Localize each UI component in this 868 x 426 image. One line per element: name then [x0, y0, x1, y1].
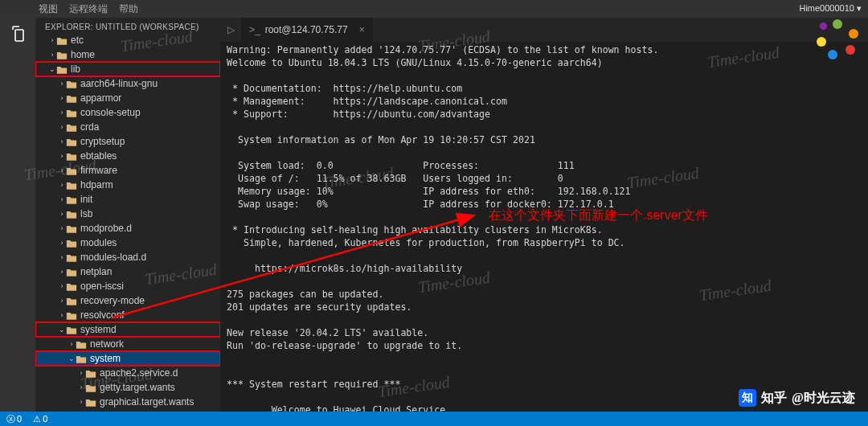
folder-icon [66, 92, 80, 104]
folder-icon [66, 252, 80, 263]
tree-item-system[interactable]: ⌄system [35, 351, 220, 366]
chevron-icon: › [77, 369, 85, 377]
explorer-icon[interactable] [8, 24, 27, 43]
tab-label: root@124.70.75.77 [265, 24, 348, 35]
tree-item-etc[interactable]: ›etc [35, 33, 220, 47]
chevron-icon: › [77, 383, 85, 391]
tree-item-netplan[interactable]: ›netplan [35, 264, 220, 279]
chevron-icon: › [77, 398, 85, 406]
tree-item-lib[interactable]: ⌄lib [35, 62, 220, 76]
chevron-icon: › [58, 297, 66, 305]
chevron-icon: › [58, 253, 66, 261]
chevron-icon: › [58, 152, 66, 160]
tree-item-label: crda [80, 121, 99, 133]
zhihu-watermark: 知 知乎 @时光云迹 [739, 389, 855, 407]
folder-icon [85, 367, 100, 379]
status-bar: ⓧ 0 ⚠ 0 [0, 412, 868, 426]
chevron-icon: › [68, 340, 76, 348]
file-tree[interactable]: ›etc›home⌄lib›aarch64-linux-gnu›apparmor… [35, 33, 220, 412]
tree-item-label: apparmor [80, 92, 121, 104]
tree-item-modules[interactable]: ›modules [35, 236, 220, 250]
folder-icon [66, 121, 80, 133]
folder-icon [66, 223, 80, 234]
tree-item-label: init [80, 194, 92, 205]
tree-item-label: etc [71, 35, 84, 46]
tree-item-firmware[interactable]: ›firmware [35, 163, 220, 178]
run-icon[interactable]: ▷ [220, 24, 241, 35]
tree-item-getty-target-wants[interactable]: ›getty.target.wants [35, 380, 220, 395]
tree-item-label: modprobe.d [80, 223, 132, 234]
terminal-output[interactable]: Warning: Permanently added '124.70.75.77… [220, 42, 868, 412]
tree-item-label: lib [71, 63, 80, 75]
tree-item-label: apache2.service.d [100, 367, 178, 379]
menu-view[interactable]: 视图 [39, 2, 58, 16]
folder-icon [66, 136, 80, 147]
annotation-text: 在这个文件夹下面新建一个.server文件 [489, 207, 708, 224]
chevron-icon: › [58, 282, 66, 290]
chevron-icon: › [58, 137, 66, 145]
tree-item-console-setup[interactable]: ›console-setup [35, 105, 220, 120]
tree-item-label: ebtables [80, 150, 117, 162]
tree-item-label: recovery-mode [80, 295, 145, 306]
chevron-icon: › [58, 195, 66, 203]
tree-item-label: network [90, 338, 124, 350]
folder-icon [66, 295, 80, 306]
tree-item-ebtables[interactable]: ›ebtables [35, 149, 220, 163]
tree-item-open-iscsi[interactable]: ›open-iscsi [35, 279, 220, 293]
zhihu-icon: 知 [739, 389, 756, 407]
tree-item-network[interactable]: ›network [35, 337, 220, 351]
terminal-tab[interactable]: >_ root@124.70.75.77 × [241, 18, 373, 42]
folder-icon [76, 353, 90, 364]
tree-item-systemd[interactable]: ⌄systemd [35, 322, 220, 337]
chevron-icon: ⌄ [58, 326, 66, 334]
tree-item-label: halt.target.wants [100, 411, 170, 412]
tree-item-init[interactable]: ›init [35, 192, 220, 207]
menu-help[interactable]: 帮助 [119, 2, 138, 16]
tree-item-halt-target-wants[interactable]: ›halt.target.wants [35, 409, 220, 412]
tree-item-recovery-mode[interactable]: ›recovery-mode [35, 293, 220, 308]
tree-item-hdparm[interactable]: ›hdparm [35, 178, 220, 192]
tree-item-resolvconf[interactable]: ›resolvconf [35, 308, 220, 322]
chevron-icon: › [58, 123, 66, 131]
tree-item-cryptsetup[interactable]: ›cryptsetup [35, 134, 220, 149]
folder-icon [66, 324, 80, 335]
chevron-icon: ⌄ [68, 354, 76, 363]
folder-icon [66, 208, 80, 219]
chevron-icon: › [58, 224, 66, 232]
account-label[interactable]: Hime0000010 ▾ [799, 3, 862, 14]
tree-item-label: hdparm [80, 179, 113, 190]
chevron-icon: › [58, 80, 66, 88]
folder-icon [66, 179, 80, 190]
folder-icon [66, 309, 80, 321]
close-icon[interactable]: × [359, 24, 365, 35]
tree-item-modprobe-d[interactable]: ›modprobe.d [35, 221, 220, 236]
explorer-sidebar: EXPLORER: UNTITLED (WORKSPACE) ›etc›home… [35, 18, 220, 412]
tree-item-apparmor[interactable]: ›apparmor [35, 91, 220, 105]
status-warnings[interactable]: ⚠ 0 [33, 414, 47, 424]
status-errors[interactable]: ⓧ 0 [6, 413, 22, 425]
tree-item-graphical-target-wants[interactable]: ›graphical.target.wants [35, 395, 220, 409]
folder-icon [66, 237, 80, 248]
menu-remote[interactable]: 远程终端 [69, 2, 108, 16]
folder-icon [56, 49, 71, 60]
tree-item-label: resolvconf [80, 309, 125, 321]
hub-icon [817, 18, 860, 61]
chevron-icon: › [48, 51, 56, 59]
folder-icon [56, 35, 71, 46]
tree-item-apache2-service-d[interactable]: ›apache2.service.d [35, 366, 220, 380]
chevron-icon: › [58, 166, 66, 174]
chevron-icon: › [58, 181, 66, 189]
chevron-icon: › [58, 239, 66, 247]
folder-icon [66, 150, 80, 162]
tree-item-aarch64-linux-gnu[interactable]: ›aarch64-linux-gnu [35, 76, 220, 91]
folder-icon [66, 266, 80, 277]
tree-item-lsb[interactable]: ›lsb [35, 207, 220, 221]
tree-item-home[interactable]: ›home [35, 47, 220, 62]
explorer-header: EXPLORER: UNTITLED (WORKSPACE) [35, 18, 220, 33]
terminal-icon: >_ [249, 24, 260, 35]
folder-icon [56, 63, 71, 75]
tree-item-modules-load-d[interactable]: ›modules-load.d [35, 250, 220, 264]
tree-item-crda[interactable]: ›crda [35, 120, 220, 134]
tree-item-label: modules [80, 237, 117, 248]
folder-icon [66, 107, 80, 118]
